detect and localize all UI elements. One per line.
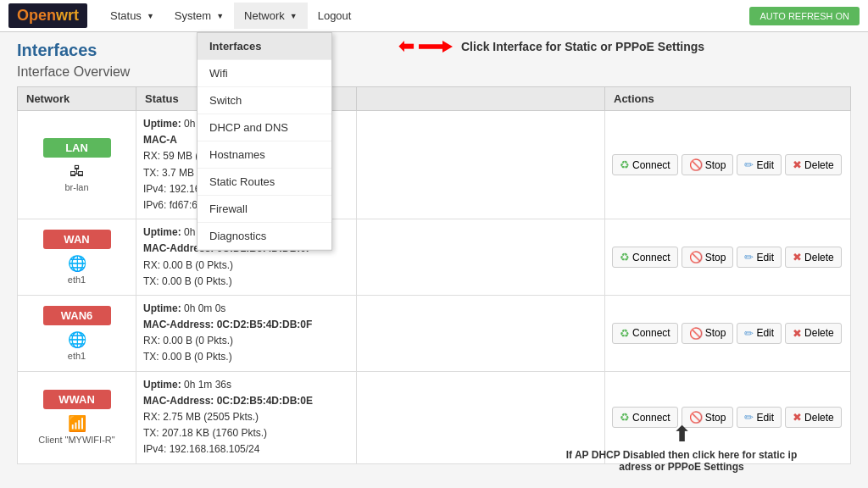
connect-button[interactable]: ♻ Connect [612, 323, 678, 344]
delete-label: Delete [804, 327, 834, 339]
network-cell: LAN 🖧 br-lan [18, 111, 136, 219]
edit-icon: ✏ [744, 158, 754, 171]
red-arrow-icon: ⬅ [398, 36, 414, 58]
section-title: Interface Overview [17, 64, 851, 80]
col-empty [357, 87, 605, 111]
connect-button[interactable]: ♻ Connect [612, 247, 678, 268]
top-navigation: Openwrt Status ▼ System ▼ Network ▼ Logo… [0, 0, 868, 32]
stop-icon: 🚫 [689, 327, 703, 340]
chevron-down-icon: ▼ [216, 12, 224, 20]
connect-label: Connect [632, 252, 670, 263]
connect-icon: ♻ [620, 327, 630, 340]
network-label[interactable]: WAN [43, 230, 111, 249]
delete-label: Delete [804, 159, 834, 171]
connect-icon: ♻ [620, 251, 630, 263]
status-cell: Uptime: 0h 1m 36sMAC-Address: 0C:D2:B5:4… [136, 371, 357, 463]
edit-icon: ✏ [744, 251, 754, 263]
network-label[interactable]: WAN6 [43, 306, 111, 325]
delete-button[interactable]: ✖ Delete [785, 247, 842, 268]
auto-refresh-button[interactable]: AUTO REFRESH ON [749, 7, 860, 25]
interface-icon: 📶 [25, 414, 129, 433]
stop-button[interactable]: 🚫 Stop [682, 323, 734, 344]
interface-name: Client "MYWIFI-R" [25, 435, 129, 445]
empty-cell [357, 295, 605, 371]
stop-icon: 🚫 [689, 411, 703, 424]
empty-cell [357, 219, 605, 296]
edit-icon: ✏ [744, 411, 754, 424]
connect-label: Connect [632, 159, 670, 171]
interface-name: eth1 [25, 351, 129, 361]
actions-cell: ♻ Connect 🚫 Stop ✏ Edit ✖ Delete [605, 111, 851, 219]
delete-icon: ✖ [793, 327, 802, 340]
network-label[interactable]: WWAN [43, 390, 111, 409]
col-network: Network [18, 87, 136, 111]
stop-button[interactable]: 🚫 Stop [682, 247, 734, 268]
interface-icon: 🌐 [25, 330, 129, 349]
nav-logout[interactable]: Logout [308, 3, 362, 29]
status-cell: Uptime: 0h 0m 0sMAC-Address: 0C:D2:B5:4D… [136, 295, 357, 371]
stop-button[interactable]: 🚫 Stop [682, 154, 734, 175]
logo-text: Openwrt [17, 7, 79, 24]
delete-button[interactable]: ✖ Delete [785, 323, 842, 344]
connect-label: Connect [632, 327, 670, 339]
edit-label: Edit [756, 327, 774, 339]
interface-table: Network Status Actions LAN 🖧 br-lan Upti… [17, 86, 851, 464]
action-buttons: ♻ Connect 🚫 Stop ✏ Edit ✖ Delete [612, 323, 843, 344]
delete-icon: ✖ [793, 158, 802, 171]
stop-icon: 🚫 [689, 251, 703, 263]
chevron-down-icon: ▼ [147, 12, 154, 20]
delete-label: Delete [804, 252, 834, 263]
edit-icon: ✏ [744, 327, 754, 340]
delete-button[interactable]: ✖ Delete [785, 154, 842, 175]
arrow-graphic [419, 41, 453, 53]
up-arrow-icon: ⬆ [563, 423, 800, 446]
action-buttons: ♻ Connect 🚫 Stop ✏ Edit ✖ Delete [612, 154, 843, 175]
nav-system[interactable]: System ▼ [164, 3, 234, 29]
edit-label: Edit [756, 412, 774, 424]
stop-label: Stop [705, 252, 726, 263]
network-cell: WAN6 🌐 eth1 [18, 295, 136, 371]
table-row: LAN 🖧 br-lan Uptime: 0h 5m 12sMAC-ARX: 5… [18, 111, 851, 219]
interface-icon: 🌐 [25, 254, 129, 273]
delete-icon: ✖ [793, 411, 802, 424]
empty-cell [357, 111, 605, 219]
bottom-annotation-text: If AP DHCP Disabled then click here for … [566, 449, 798, 473]
table-row: WAN6 🌐 eth1 Uptime: 0h 0m 0sMAC-Address:… [18, 295, 851, 371]
dropdown-item-diagnostics[interactable]: Diagnostics [198, 223, 331, 250]
connect-button[interactable]: ♻ Connect [612, 154, 678, 175]
network-label[interactable]: LAN [43, 138, 111, 158]
edit-button[interactable]: ✏ Edit [737, 323, 782, 344]
logo: Openwrt [8, 3, 87, 28]
edit-button[interactable]: ✏ Edit [737, 247, 782, 268]
network-cell: WAN 🌐 eth1 [18, 219, 136, 296]
connect-icon: ♻ [620, 411, 630, 424]
edit-label: Edit [756, 159, 774, 171]
dropdown-item-dhcp-dns[interactable]: DHCP and DNS [198, 114, 331, 141]
dropdown-item-wifi[interactable]: Wifi [198, 60, 331, 87]
col-actions: Actions [605, 87, 851, 111]
stop-label: Stop [705, 327, 726, 339]
delete-label: Delete [804, 412, 834, 424]
dropdown-item-hostnames[interactable]: Hostnames [198, 141, 331, 169]
actions-cell: ♻ Connect 🚫 Stop ✏ Edit ✖ Delete [605, 295, 851, 371]
nav-status[interactable]: Status ▼ [100, 3, 164, 29]
edit-button[interactable]: ✏ Edit [737, 154, 782, 175]
network-cell: WWAN 📶 Client "MYWIFI-R" [18, 371, 136, 463]
dropdown-item-interfaces[interactable]: Interfaces [198, 33, 331, 60]
interface-icon: 🖧 [25, 163, 129, 180]
dropdown-item-static-routes[interactable]: Static Routes [198, 169, 331, 196]
stop-label: Stop [705, 159, 726, 171]
chevron-down-icon: ▼ [290, 12, 298, 20]
dropdown-item-switch[interactable]: Switch [198, 87, 331, 114]
nav-network[interactable]: Network ▼ [234, 3, 308, 29]
connect-label: Connect [632, 412, 670, 424]
bottom-annotation: ⬆ If AP DHCP Disabled then click here fo… [563, 423, 800, 473]
page-content: Interfaces Interface Overview Network St… [0, 32, 868, 473]
stop-label: Stop [705, 412, 726, 424]
dropdown-item-firewall[interactable]: Firewall [198, 196, 331, 223]
network-dropdown: Interfaces Wifi Switch DHCP and DNS Host… [197, 32, 332, 251]
annotation-arrow-area: ⬅ Click Interface for Static or PPPoE Se… [398, 36, 704, 58]
action-buttons: ♻ Connect 🚫 Stop ✏ Edit ✖ Delete [612, 247, 843, 268]
interface-name: eth1 [25, 274, 129, 285]
edit-label: Edit [756, 252, 774, 263]
